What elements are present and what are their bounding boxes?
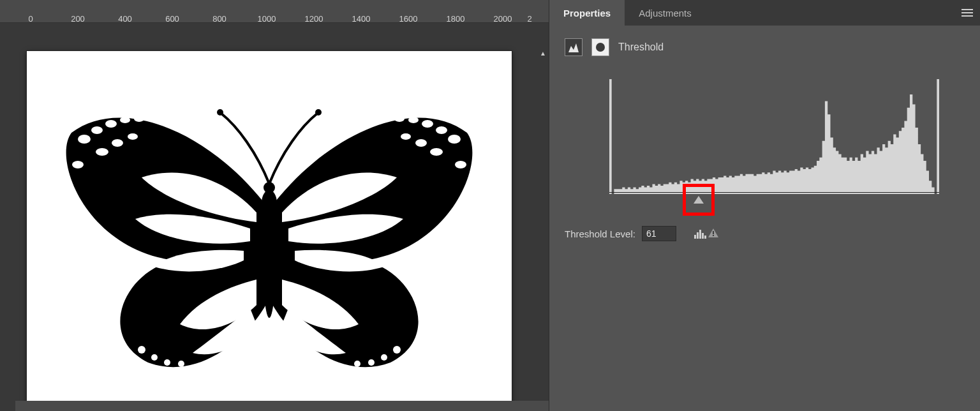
ruler-tick: 200 (71, 14, 85, 24)
layer-mask-icon[interactable] (591, 38, 609, 56)
tab-properties[interactable]: Properties (549, 0, 625, 26)
svg-point-16 (422, 120, 433, 128)
svg-point-11 (112, 139, 123, 147)
properties-panel: Properties Adjustments Threshold (549, 0, 980, 411)
threshold-level-label: Threshold Level: (565, 228, 635, 239)
svg-point-24 (151, 354, 158, 361)
ruler-horizontal: 02004006008001000120014001600180020002 (0, 0, 549, 23)
svg-point-17 (408, 117, 419, 123)
canvas-pane: 02004006008001000120014001600180020002 ▲ (0, 0, 549, 411)
svg-point-7 (105, 120, 117, 128)
ruler-tick: 400 (118, 14, 132, 24)
svg-rect-35 (609, 79, 612, 194)
svg-point-14 (448, 135, 461, 144)
ruler-tick: 1200 (305, 14, 323, 24)
svg-rect-38 (697, 232, 699, 239)
svg-rect-43 (713, 235, 714, 236)
histogram-graph (609, 75, 939, 194)
svg-point-25 (164, 359, 170, 366)
tab-adjustments[interactable]: Adjustments (625, 0, 706, 26)
svg-point-9 (134, 116, 144, 122)
histogram-icon (694, 228, 707, 239)
adjustment-title: Threshold (618, 41, 664, 53)
svg-point-5 (78, 135, 91, 144)
svg-rect-39 (699, 230, 701, 239)
svg-point-26 (178, 361, 184, 367)
scroll-up-arrow-icon[interactable]: ▲ (538, 50, 547, 59)
svg-point-18 (394, 116, 405, 122)
svg-rect-37 (694, 235, 696, 239)
svg-rect-41 (704, 235, 706, 239)
svg-point-22 (455, 161, 466, 168)
svg-point-20 (415, 139, 427, 147)
threshold-level-row: Threshold Level: (565, 226, 965, 241)
svg-rect-42 (713, 231, 714, 234)
svg-point-12 (128, 133, 138, 140)
ruler-tick: 1000 (258, 14, 276, 24)
adjustment-header: Threshold (565, 38, 965, 56)
svg-point-8 (120, 117, 130, 123)
svg-point-6 (91, 126, 103, 134)
svg-rect-40 (702, 233, 704, 239)
app-root: 02004006008001000120014001600180020002 ▲ (0, 0, 980, 411)
ruler-tick: 2 (527, 14, 531, 24)
butterfly-image (46, 69, 493, 388)
svg-point-4 (315, 109, 322, 116)
svg-point-23 (138, 346, 145, 354)
ruler-tick: 1400 (352, 14, 371, 24)
svg-point-30 (354, 361, 360, 367)
histogram (609, 75, 939, 200)
panel-menu-icon[interactable] (954, 0, 980, 26)
svg-rect-36 (937, 79, 939, 194)
ruler-tick: 0 (28, 14, 33, 24)
histogram-axis (609, 192, 939, 193)
auto-threshold-button[interactable] (694, 228, 718, 239)
svg-point-15 (436, 126, 447, 134)
warning-icon (708, 228, 718, 239)
scrollbar-horizontal[interactable] (15, 401, 549, 411)
canvas-stage[interactable]: ▲ (0, 23, 549, 411)
svg-point-19 (430, 148, 443, 156)
svg-point-13 (72, 161, 84, 168)
panel-body: Threshold Threshold Level: (549, 26, 980, 254)
svg-point-10 (96, 148, 108, 156)
document-canvas[interactable] (27, 51, 512, 406)
threshold-slider-handle[interactable] (694, 196, 704, 204)
ruler-tick: 800 (212, 14, 226, 24)
threshold-adjustment-icon (565, 38, 583, 56)
threshold-level-input[interactable] (642, 226, 676, 241)
panel-tabbar: Properties Adjustments (549, 0, 980, 26)
svg-point-3 (217, 109, 223, 116)
svg-point-21 (401, 133, 411, 140)
svg-point-28 (381, 354, 387, 361)
ruler-tick: 2000 (494, 14, 512, 24)
svg-point-29 (368, 359, 375, 366)
ruler-tick: 1600 (399, 14, 418, 24)
ruler-tick: 1800 (447, 14, 465, 24)
ruler-tick: 600 (165, 14, 179, 24)
svg-point-27 (393, 346, 401, 354)
